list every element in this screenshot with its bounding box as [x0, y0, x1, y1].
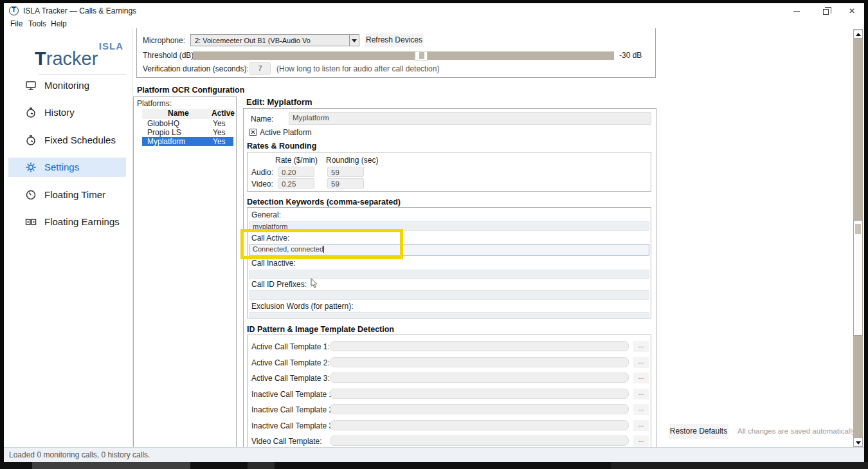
scrollbar-grip — [855, 224, 861, 234]
detection-keywords-title: Detection Keywords (comma-separated) — [247, 198, 401, 207]
video-template-input[interactable] — [330, 436, 629, 446]
close-button[interactable]: ✕ — [842, 5, 862, 17]
desktop-frame: T ISLA Tracker — Calls & Earnings ✕ File… — [0, 0, 868, 469]
active-template-3-label: Active Call Template 3: — [251, 374, 330, 383]
verification-duration-input[interactable]: 7 — [249, 62, 271, 75]
exclusion-words-input[interactable] — [249, 312, 649, 318]
edit-platform-title: Edit: Myplatform — [246, 97, 312, 107]
inactive-template-3-label: Inactive Call Template 3: — [251, 421, 336, 430]
active-template-2-input[interactable] — [330, 357, 629, 367]
inactive-template-2-label: Inactive Call Template 2: — [251, 405, 336, 414]
active-template-2-browse-button[interactable]: ... — [633, 357, 649, 368]
settings-scrollbar[interactable] — [853, 29, 863, 447]
rates-rounding-title: Rates & Rounding — [247, 142, 316, 151]
platforms-groupbox: Platforms: Name Active GloboHQ Yes Propi… — [133, 97, 237, 450]
menu-file[interactable]: File — [10, 19, 23, 28]
audio-rate-input[interactable]: 0.20 — [278, 167, 314, 177]
threshold-slider-handle[interactable] — [415, 51, 428, 60]
sidebar-item-settings[interactable]: Settings — [8, 158, 126, 177]
active-template-1-browse-button[interactable]: ... — [633, 341, 649, 352]
platform-row-propio-ls[interactable]: Propio LS Yes — [142, 128, 233, 137]
name-label: Name: — [251, 115, 273, 124]
taskbar-active-app[interactable] — [32, 462, 190, 469]
platform-row-globohq[interactable]: GloboHQ Yes — [142, 119, 233, 128]
active-template-2-label: Active Call Template 2: — [251, 358, 330, 367]
scroll-down-button[interactable] — [853, 437, 863, 446]
window-title: ISLA Tracker — Calls & Earnings — [23, 6, 136, 15]
inactive-template-1-input[interactable] — [330, 389, 629, 399]
audio-rounding-input[interactable]: 59 — [327, 167, 364, 177]
microphone-value: 2: Voicemeeter Out B1 (VB-Audio Vo — [195, 37, 311, 44]
call-id-prefixes-input[interactable] — [249, 290, 649, 300]
microphone-select[interactable]: 2: Voicemeeter Out B1 (VB-Audio Vo — [190, 34, 359, 46]
timer-icon — [25, 189, 37, 201]
threshold-slider[interactable] — [193, 51, 614, 60]
inactive-template-2-browse-button[interactable]: ... — [633, 404, 649, 415]
active-platform-label: Active Platform — [260, 128, 312, 137]
active-template-1-input[interactable] — [330, 341, 629, 351]
general-keywords-input[interactable]: myplatform — [249, 221, 649, 231]
rates-groupbox: Rate ($/min) Rounding (sec) Audio: 0.20 … — [247, 152, 651, 192]
verification-duration-hint: (How long to listen for audio after call… — [276, 64, 439, 73]
triangle-up-icon — [856, 33, 861, 36]
inactive-template-3-input[interactable] — [330, 420, 629, 430]
platform-row-myplatform-selected[interactable]: Myplatform Yes — [142, 137, 233, 146]
col-header-name: Name — [168, 109, 189, 118]
dropdown-button[interactable] — [349, 35, 359, 46]
active-platform-checkbox[interactable]: ✕ — [249, 129, 257, 136]
scrollbar-thumb[interactable] — [853, 220, 863, 336]
templates-groupbox: Active Call Template 1: ... Active Call … — [247, 335, 651, 449]
minimize-button[interactable] — [787, 5, 806, 17]
threshold-label: Threshold (dB): — [143, 51, 196, 60]
autosave-note: All changes are saved automatically — [737, 427, 855, 435]
inactive-template-1-browse-button[interactable]: ... — [633, 389, 649, 400]
active-template-3-browse-button[interactable]: ... — [633, 372, 649, 383]
restore-icon — [823, 9, 829, 15]
verification-duration-label: Verification duration (seconds): — [143, 64, 249, 73]
id-pattern-title: ID Pattern & Image Template Detection — [247, 325, 394, 334]
exclusion-words-label: Exclusion Words (for pattern): — [251, 302, 354, 311]
status-bar: Loaded 0 monitoring calls, 0 history cal… — [4, 447, 864, 462]
menu-tools[interactable]: Tools — [28, 19, 46, 28]
inactive-template-3-browse-button[interactable]: ... — [633, 420, 649, 431]
call-active-input[interactable]: Connected, connected — [249, 244, 649, 256]
call-inactive-label: Call Inactive: — [251, 259, 296, 268]
active-template-3-input[interactable] — [330, 372, 629, 383]
rounding-column-header: Rounding (sec) — [326, 156, 378, 165]
restore-defaults-button[interactable]: Restore Defaults — [669, 424, 728, 439]
video-rounding-input[interactable]: 59 — [327, 178, 364, 189]
taskbar-tray-area — [611, 462, 868, 469]
sidebar-item-fixed-schedules[interactable]: Fixed Schedules — [8, 131, 126, 150]
sidebar-item-history[interactable]: History — [8, 103, 126, 122]
taskbar-app[interactable] — [248, 462, 275, 469]
video-template-browse-button[interactable]: ... — [633, 436, 649, 446]
app-icon: T — [9, 6, 19, 15]
call-inactive-input[interactable] — [249, 270, 649, 279]
call-active-label: Call Active: — [251, 234, 289, 243]
monitor-icon — [25, 80, 37, 91]
status-text: Loaded 0 monitoring calls, 0 history cal… — [9, 450, 150, 459]
sidebar-item-monitoring[interactable]: Monitoring — [8, 76, 126, 95]
menu-bar: File Tools Help — [4, 18, 864, 29]
microphone-label: Microphone: — [143, 36, 185, 45]
sidebar-item-floating-earnings[interactable]: Floating Earnings — [8, 212, 126, 232]
platform-ocr-title: Platform OCR Configuration — [137, 86, 244, 95]
active-template-1-label: Active Call Template 1: — [251, 342, 330, 351]
schedule-clock-icon — [25, 134, 37, 146]
platforms-label: Platforms: — [137, 99, 172, 108]
sidebar-item-floating-timer[interactable]: Floating Timer — [8, 185, 126, 205]
minimize-icon — [793, 11, 800, 12]
platforms-table-header: Name Active — [142, 109, 233, 119]
chevron-down-icon — [352, 39, 357, 42]
menu-help[interactable]: Help — [51, 19, 67, 28]
refresh-devices-button[interactable]: Refresh Devices — [365, 33, 424, 47]
col-header-active: Active — [212, 109, 235, 118]
threshold-value: -30 dB — [619, 51, 642, 60]
earnings-icon — [25, 216, 37, 228]
inactive-template-2-input[interactable] — [330, 404, 629, 414]
maximize-button[interactable] — [816, 5, 835, 17]
scroll-up-button[interactable] — [853, 30, 863, 39]
platform-name-input[interactable]: Myplatform — [289, 112, 651, 125]
gear-icon — [25, 161, 37, 173]
video-rate-input[interactable]: 0.25 — [278, 178, 314, 189]
